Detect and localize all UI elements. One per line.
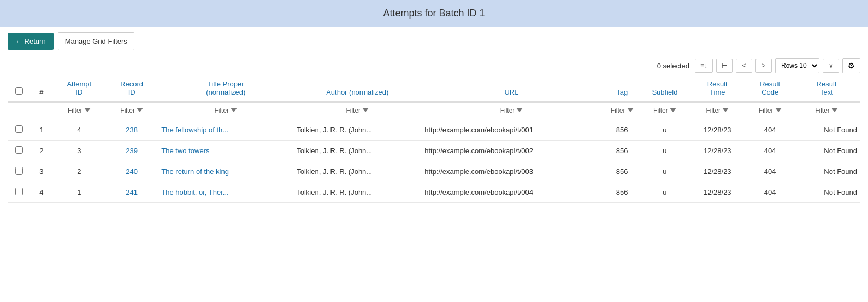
result-time-sort-link[interactable]: ResultTime: [707, 80, 728, 96]
title-proper-link[interactable]: The hobbit, or, Ther...: [161, 188, 228, 196]
filter-result-text: Filter: [793, 102, 860, 120]
tag-sort-link[interactable]: Tag: [616, 88, 628, 96]
filter-icon: [231, 108, 237, 113]
row-result-code: 404: [747, 141, 793, 161]
table-row: 2 3 239 The two towers Tolkien, J. R. R.…: [8, 141, 860, 161]
record-id-link[interactable]: 240: [126, 167, 138, 176]
filter-title-proper: Filter: [158, 102, 293, 120]
subfield-sort-link[interactable]: Subfield: [652, 88, 677, 96]
row-title-proper: The fellowship of th...: [158, 120, 293, 141]
row-subfield: u: [642, 161, 688, 182]
expand-rows-button[interactable]: ≡↓: [695, 59, 713, 73]
title-proper-link[interactable]: The fellowship of th...: [161, 126, 228, 134]
row-result-time: 12/28/23: [687, 161, 747, 182]
filter-icon: [831, 108, 838, 113]
filter-icon: [670, 108, 676, 113]
filter-icon: [84, 108, 91, 113]
result-code-sort-link[interactable]: ResultCode: [760, 80, 780, 96]
table-row: 4 1 241 The hobbit, or, Ther... Tolkien,…: [8, 182, 860, 203]
row-url: http://example.com/ebookapi/t/003: [421, 161, 601, 182]
filter-subfield-button[interactable]: Filter: [653, 107, 676, 114]
row-record-id: 240: [105, 161, 158, 182]
header-result-text: ResultText: [793, 76, 860, 101]
select-all-checkbox[interactable]: [15, 87, 23, 95]
filter-subfield: Filter: [642, 102, 688, 120]
table-wrapper: # AttemptID RecordID Title Proper(normal…: [0, 76, 868, 211]
row-subfield: u: [642, 182, 688, 203]
record-id-link[interactable]: 239: [126, 147, 138, 155]
return-button[interactable]: ← Return: [8, 33, 54, 50]
filter-result-time-button[interactable]: Filter: [706, 107, 729, 114]
manage-filters-button[interactable]: Manage Grid Filters: [58, 32, 134, 50]
rows-per-page-select[interactable]: Rows 10 Rows 25 Rows 50: [775, 58, 819, 73]
row-tag: 856: [602, 141, 642, 161]
filter-check: [8, 102, 30, 120]
header-record-id: RecordID: [105, 76, 158, 101]
row-tag: 856: [602, 120, 642, 141]
first-page-button[interactable]: ⊢: [716, 59, 733, 73]
row-num: 1: [30, 120, 52, 141]
row-title-proper: The return of the king: [158, 161, 293, 182]
filter-record-id-button[interactable]: Filter: [120, 107, 143, 114]
author-sort-link[interactable]: Author (normalized): [326, 88, 388, 96]
row-subfield: u: [642, 120, 688, 141]
row-author-normalized: Tolkien, J. R. R. (John...: [293, 161, 421, 182]
table-body: 1 4 238 The fellowship of th... Tolkien,…: [8, 120, 860, 203]
row-url: http://example.com/ebookapi/t/004: [421, 182, 601, 203]
filter-icon: [775, 108, 782, 113]
row-record-id: 238: [105, 120, 158, 141]
row-attempt-id: 3: [53, 141, 105, 161]
row-result-time: 12/28/23: [687, 120, 747, 141]
row-checkbox-2[interactable]: [15, 167, 23, 175]
filter-attempt-id-button[interactable]: Filter: [68, 107, 91, 114]
row-author-normalized: Tolkien, J. R. R. (John...: [293, 182, 421, 203]
title-proper-link[interactable]: The two towers: [161, 147, 209, 155]
row-record-id: 241: [105, 182, 158, 203]
url-sort-link[interactable]: URL: [504, 88, 518, 96]
record-id-sort-link[interactable]: RecordID: [120, 80, 143, 96]
collapse-button[interactable]: ∨: [823, 59, 839, 73]
filter-icon: [627, 108, 634, 113]
row-num: 4: [30, 182, 52, 203]
row-check-cell: [8, 120, 30, 141]
row-checkbox-1[interactable]: [15, 146, 23, 154]
header-check: [8, 76, 30, 101]
row-checkbox-0[interactable]: [15, 125, 23, 133]
page-header: Attempts for Batch ID 1: [0, 0, 868, 27]
header-tag: Tag: [602, 76, 642, 101]
attempt-id-sort-link[interactable]: AttemptID: [67, 80, 91, 96]
row-result-text: Not Found: [793, 120, 860, 141]
prev-page-button[interactable]: <: [736, 59, 752, 73]
filter-title-button[interactable]: Filter: [214, 107, 237, 114]
filter-url-button[interactable]: Filter: [500, 107, 523, 114]
filter-author-button[interactable]: Filter: [346, 107, 369, 114]
filter-result-text-button[interactable]: Filter: [815, 107, 838, 114]
filter-result-code-button[interactable]: Filter: [759, 107, 782, 114]
filter-icon: [722, 108, 729, 113]
header-result-code: ResultCode: [747, 76, 793, 101]
filter-tag-button[interactable]: Filter: [611, 107, 634, 114]
title-proper-link[interactable]: The return of the king: [161, 167, 229, 176]
row-num: 2: [30, 141, 52, 161]
filter-result-time: Filter: [687, 102, 747, 120]
record-id-link[interactable]: 241: [126, 188, 138, 196]
row-record-id: 239: [105, 141, 158, 161]
next-page-button[interactable]: >: [755, 59, 772, 73]
page-title: Attempts for Batch ID 1: [383, 8, 485, 19]
title-proper-sort-link[interactable]: Title Proper(normalized): [206, 80, 245, 96]
result-text-sort-link[interactable]: ResultText: [817, 80, 837, 96]
row-tag: 856: [602, 182, 642, 203]
row-result-text: Not Found: [793, 141, 860, 161]
header-num: #: [30, 76, 52, 101]
filter-attempt-id: Filter: [53, 102, 105, 120]
settings-button[interactable]: ⚙: [842, 58, 860, 73]
record-id-link[interactable]: 238: [126, 126, 138, 134]
row-title-proper: The hobbit, or, Ther...: [158, 182, 293, 203]
row-result-text: Not Found: [793, 182, 860, 203]
row-checkbox-3[interactable]: [15, 188, 23, 195]
row-tag: 856: [602, 161, 642, 182]
filter-record-id: Filter: [105, 102, 158, 120]
row-title-proper: The two towers: [158, 141, 293, 161]
row-result-time: 12/28/23: [687, 141, 747, 161]
filter-result-code: Filter: [747, 102, 793, 120]
